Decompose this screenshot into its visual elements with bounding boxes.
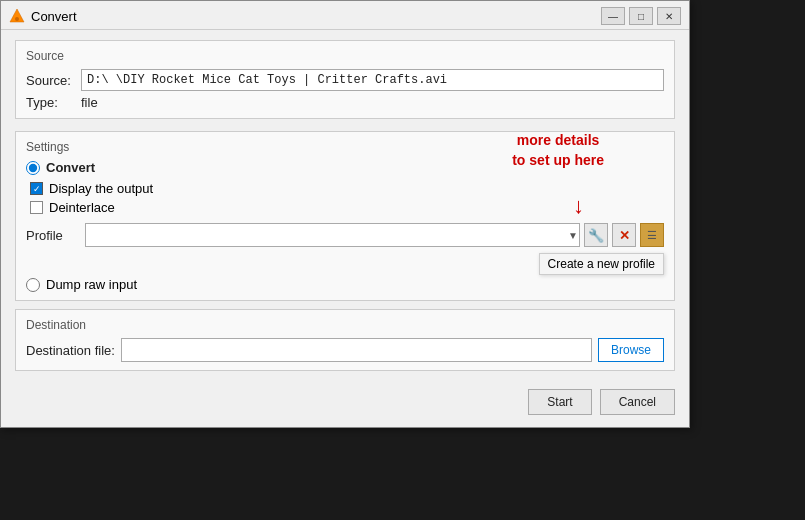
svg-point-1	[15, 17, 19, 21]
destination-section: Destination Destination file: Browse	[15, 309, 675, 371]
destination-file-row: Destination file: Browse	[26, 338, 664, 362]
window-controls: — □ ✕	[601, 7, 681, 25]
destination-file-input[interactable]	[121, 338, 592, 362]
clear-profile-button[interactable]: ✕	[612, 223, 636, 247]
wrench-button[interactable]: 🔧	[584, 223, 608, 247]
source-section-header: Source	[26, 49, 664, 63]
title-bar: Convert — □ ✕	[1, 1, 689, 30]
profile-select-wrapper: ▼	[85, 223, 580, 247]
deinterlace-checkbox[interactable]	[30, 201, 43, 214]
deinterlace-row: Deinterlace	[30, 200, 664, 215]
dialog-footer: Start Cancel	[1, 381, 689, 427]
new-profile-tooltip: Create a new profile	[539, 253, 664, 275]
display-output-checkbox[interactable]: ✓	[30, 182, 43, 195]
settings-section: Settings Convert ✓ Display the output De…	[15, 131, 675, 301]
start-button[interactable]: Start	[528, 389, 591, 415]
type-value-label: file	[81, 95, 98, 110]
dump-raw-label: Dump raw input	[46, 277, 137, 292]
close-button[interactable]: ✕	[657, 7, 681, 25]
display-output-label: Display the output	[49, 181, 153, 196]
dump-raw-radio[interactable]	[26, 278, 40, 292]
convert-dialog: Convert — □ ✕ Source Source: D:\ \DIY Ro…	[0, 0, 690, 428]
maximize-button[interactable]: □	[629, 7, 653, 25]
display-output-row: ✓ Display the output	[30, 181, 664, 196]
clear-icon: ✕	[619, 228, 630, 243]
browse-button[interactable]: Browse	[598, 338, 664, 362]
new-profile-icon: ☰	[647, 229, 657, 242]
cancel-button[interactable]: Cancel	[600, 389, 675, 415]
deinterlace-label: Deinterlace	[49, 200, 115, 215]
profile-label: Profile	[26, 228, 81, 243]
window-title: Convert	[31, 9, 601, 24]
profile-dropdown[interactable]	[85, 223, 580, 247]
convert-radio-label: Convert	[46, 160, 95, 175]
destination-section-header: Destination	[26, 318, 664, 332]
dest-file-label: Destination file:	[26, 343, 115, 358]
type-row: Type: file	[26, 95, 664, 110]
profile-row: Profile ▼ 🔧 ✕ ☰	[26, 223, 664, 247]
dump-raw-row: Dump raw input	[26, 277, 664, 292]
settings-section-header: Settings	[26, 140, 664, 154]
source-key-label: Source:	[26, 73, 81, 88]
source-row: Source: D:\ \DIY Rocket Mice Cat Toys | …	[26, 69, 664, 91]
source-path-display: D:\ \DIY Rocket Mice Cat Toys | Critter …	[81, 69, 664, 91]
dialog-body: Source Source: D:\ \DIY Rocket Mice Cat …	[1, 30, 689, 381]
app-icon	[9, 8, 25, 24]
type-key-label: Type:	[26, 95, 81, 110]
source-section: Source Source: D:\ \DIY Rocket Mice Cat …	[15, 40, 675, 119]
convert-radio[interactable]	[26, 161, 40, 175]
new-profile-button[interactable]: ☰	[640, 223, 664, 247]
convert-radio-row: Convert	[26, 160, 664, 175]
minimize-button[interactable]: —	[601, 7, 625, 25]
wrench-icon: 🔧	[588, 228, 604, 243]
